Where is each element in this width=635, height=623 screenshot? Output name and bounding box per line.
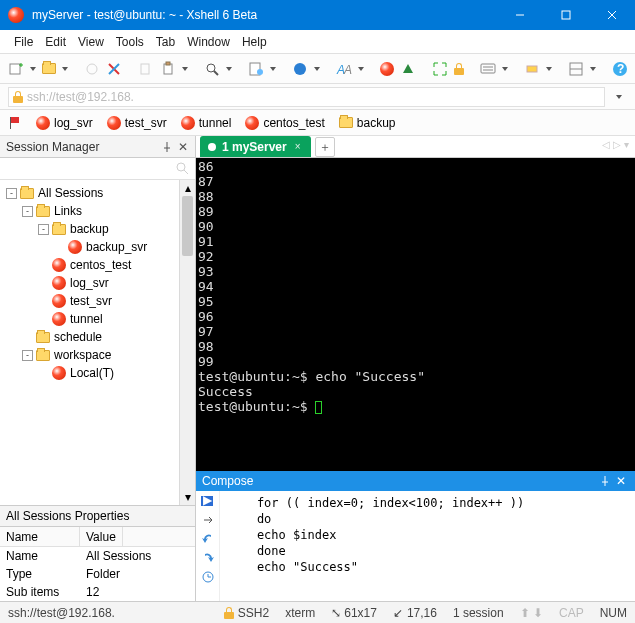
address-field[interactable]: ssh://test@192.168. [8, 87, 605, 107]
menu-view[interactable]: View [78, 35, 104, 49]
disconnect-icon[interactable] [106, 59, 122, 79]
compose-toolbar: ▶ [196, 491, 220, 601]
compose-send-icon[interactable]: ▶ [199, 493, 217, 509]
status-protocol: SSH2 [224, 606, 269, 620]
highlight-dropdown[interactable] [546, 67, 552, 71]
links-bar-flag[interactable] [8, 116, 22, 130]
compose-panel: ▶ for (( index=0; index<100; index++ )) … [196, 491, 635, 601]
find-icon[interactable] [204, 59, 220, 79]
properties-icon[interactable] [248, 59, 264, 79]
menu-window[interactable]: Window [187, 35, 230, 49]
paste-dropdown[interactable] [182, 67, 188, 71]
scroll-up-icon[interactable]: ▴ [180, 180, 195, 196]
new-session-icon[interactable] [8, 59, 24, 79]
close-button[interactable] [589, 0, 635, 30]
xftp-icon[interactable] [400, 59, 416, 79]
open-folder-dropdown[interactable] [62, 67, 68, 71]
svg-point-7 [87, 64, 97, 74]
session-search-input[interactable] [4, 160, 175, 178]
address-dropdown[interactable] [611, 95, 627, 99]
tab-nav-arrows[interactable]: ◁ ▷ ▾ [602, 139, 629, 150]
folder-icon [20, 188, 34, 199]
help-icon[interactable]: ? [612, 59, 628, 79]
properties-dropdown[interactable] [270, 67, 276, 71]
compose-redo-icon[interactable] [199, 550, 217, 566]
menu-edit[interactable]: Edit [45, 35, 66, 49]
menu-tools[interactable]: Tools [116, 35, 144, 49]
color-scheme-icon[interactable] [292, 59, 308, 79]
svg-line-31 [184, 170, 188, 174]
menu-tab[interactable]: Tab [156, 35, 175, 49]
new-session-dropdown[interactable] [30, 67, 36, 71]
tree-item-label: centos_test [70, 258, 131, 272]
expand-toggle-icon[interactable]: - [38, 224, 49, 235]
compose-send-line-icon[interactable] [199, 512, 217, 528]
tree-item[interactable]: Local(T) [0, 364, 179, 382]
close-panel-icon[interactable]: ✕ [175, 139, 191, 155]
col-name[interactable]: Name [0, 527, 80, 546]
layout-icon[interactable] [568, 59, 584, 79]
new-tab-button[interactable]: ＋ [315, 137, 335, 157]
tree-item[interactable]: tunnel [0, 310, 179, 328]
expand-toggle-icon[interactable]: - [22, 206, 33, 217]
open-folder-icon[interactable] [42, 59, 56, 79]
expand-toggle-icon[interactable]: - [22, 350, 33, 361]
keyboard-dropdown[interactable] [502, 67, 508, 71]
tree-scrollbar[interactable]: ▴ ▾ [179, 180, 195, 505]
fullscreen-icon[interactable] [432, 59, 448, 79]
link-test-svr[interactable]: test_svr [107, 116, 167, 130]
tree-item[interactable]: backup_svr [0, 238, 179, 256]
tree-item[interactable]: -workspace [0, 346, 179, 364]
status-sessions: 1 session [453, 606, 504, 620]
link-label: tunnel [199, 116, 232, 130]
tree-item[interactable]: test_svr [0, 292, 179, 310]
col-value[interactable]: Value [80, 527, 123, 546]
terminal-tabs: 1 myServer × ＋ ◁ ▷ ▾ [196, 136, 635, 158]
swirl-icon [52, 294, 66, 308]
find-dropdown[interactable] [226, 67, 232, 71]
tree-item[interactable]: schedule [0, 328, 179, 346]
copy-icon[interactable] [138, 59, 154, 79]
terminal-output[interactable]: 86 87 88 89 90 91 92 93 94 95 96 97 98 9… [196, 158, 635, 471]
link-tunnel[interactable]: tunnel [181, 116, 232, 130]
tree-item[interactable]: -backup [0, 220, 179, 238]
title-bar: myServer - test@ubuntu: ~ - Xshell 6 Bet… [0, 0, 635, 30]
menu-help[interactable]: Help [242, 35, 267, 49]
compose-history-icon[interactable] [199, 569, 217, 585]
compose-pin-icon[interactable] [597, 476, 613, 486]
tree-item[interactable]: -All Sessions [0, 184, 179, 202]
layout-dropdown[interactable] [590, 67, 596, 71]
keyboard-icon[interactable] [480, 59, 496, 79]
scroll-down-icon[interactable]: ▾ [180, 489, 195, 505]
svg-rect-4 [10, 64, 20, 74]
compose-undo-icon[interactable] [199, 531, 217, 547]
tab-close-icon[interactable]: × [293, 142, 303, 152]
compose-close-icon[interactable]: ✕ [613, 474, 629, 488]
minimize-button[interactable] [497, 0, 543, 30]
property-row: NameAll Sessions [0, 547, 195, 565]
expand-toggle-icon[interactable]: - [6, 188, 17, 199]
paste-icon[interactable] [160, 59, 176, 79]
terminal-cursor [315, 401, 322, 414]
link-log-svr[interactable]: log_svr [36, 116, 93, 130]
tab-myserver[interactable]: 1 myServer × [200, 136, 311, 157]
maximize-button[interactable] [543, 0, 589, 30]
search-icon[interactable] [175, 161, 191, 177]
link-centos-test[interactable]: centos_test [245, 116, 324, 130]
scroll-thumb[interactable] [182, 196, 193, 256]
lock-icon[interactable] [454, 59, 464, 79]
reconnect-icon[interactable] [84, 59, 100, 79]
tree-item[interactable]: centos_test [0, 256, 179, 274]
font-icon[interactable]: AA [336, 59, 352, 79]
highlight-icon[interactable] [524, 59, 540, 79]
menu-file[interactable]: File [14, 35, 33, 49]
color-scheme-dropdown[interactable] [314, 67, 320, 71]
session-manager-title: Session Manager [6, 140, 159, 154]
font-dropdown[interactable] [358, 67, 364, 71]
tree-item[interactable]: log_svr [0, 274, 179, 292]
link-backup[interactable]: backup [339, 116, 396, 130]
tree-item[interactable]: -Links [0, 202, 179, 220]
pin-icon[interactable] [159, 139, 175, 155]
compose-textarea[interactable]: for (( index=0; index<100; index++ )) do… [220, 491, 635, 601]
xshell-icon[interactable] [380, 59, 394, 79]
